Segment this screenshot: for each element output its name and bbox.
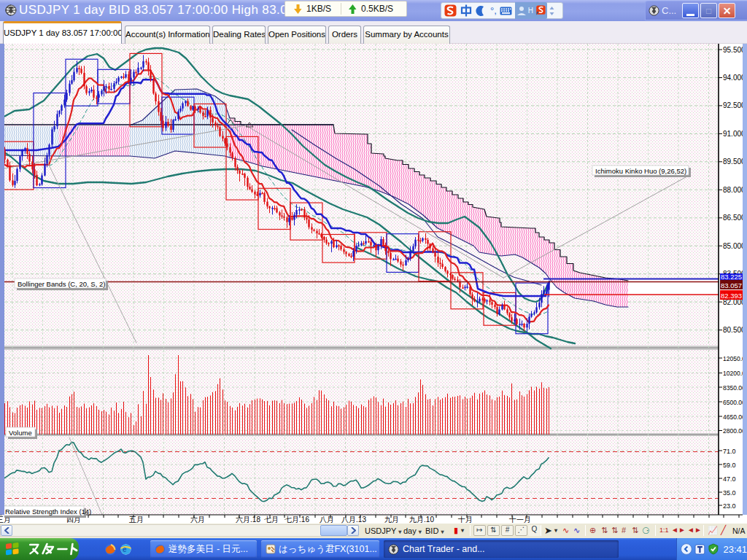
svg-text:82.393: 82.393: [721, 292, 742, 300]
svg-text:五月: 五月: [129, 516, 144, 524]
svg-text:九月: 九月: [384, 516, 399, 524]
svg-text:47.0: 47.0: [723, 475, 736, 483]
svg-text:十月: 十月: [457, 516, 473, 524]
svg-text:Volume: Volume: [9, 429, 32, 437]
svg-text:Bollinger Bands (C, 20, S, 2): Bollinger Bands (C, 20, S, 2): [18, 280, 105, 288]
svg-text:九月.10: 九月.10: [409, 516, 434, 524]
svg-text:十一月: 十一月: [508, 516, 531, 524]
svg-text:83.057: 83.057: [721, 281, 742, 289]
svg-text:Ichimoku Kinko Huo (9,26,52): Ichimoku Kinko Huo (9,26,52): [595, 167, 686, 175]
svg-text:59.0: 59.0: [723, 462, 736, 469]
svg-text:Relative Strength Index (14): Relative Strength Index (14): [5, 508, 91, 516]
svg-text:71.0: 71.0: [723, 448, 736, 455]
svg-text:八月.13: 八月.13: [341, 516, 366, 524]
svg-text:35.0: 35.0: [723, 489, 736, 497]
svg-text:e: e: [123, 545, 127, 553]
svg-text:六月: 六月: [190, 516, 205, 524]
svg-text:83.225: 83.225: [721, 273, 742, 281]
svg-text:六月.18: 六月.18: [236, 516, 260, 524]
svg-text:七月: 七月: [264, 516, 279, 524]
svg-text:八月: 八月: [320, 516, 334, 524]
svg-text:七月.16: 七月.16: [285, 516, 309, 524]
svg-text:23.0: 23.0: [723, 502, 736, 510]
